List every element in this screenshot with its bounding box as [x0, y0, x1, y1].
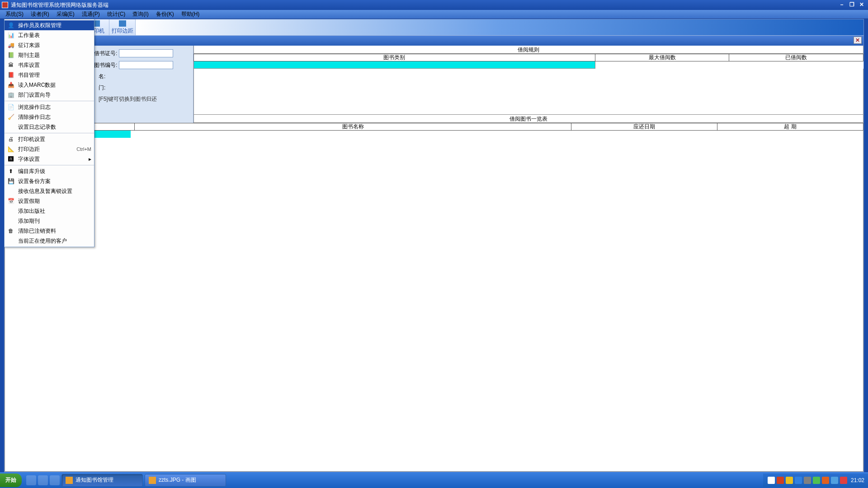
right-panel: 借阅规则 图书类别 最大借阅数 已借阅数 借阅图书一览表 编 号 图书名称 应还…	[193, 46, 863, 472]
window-title: 通知图书馆管理系统增强网络版服务器端	[11, 1, 108, 9]
menu-2[interactable]: 采编(E)	[53, 9, 78, 19]
list-header: 借阅图书一览表	[193, 115, 863, 123]
menu-7[interactable]: 帮助(H)	[178, 9, 203, 19]
menu-item-2-1[interactable]: 📐打印边距Ctrl+M	[5, 144, 94, 154]
menu-3[interactable]: 流通(P)	[78, 9, 104, 19]
menu-item-label: 工作量表	[18, 32, 91, 39]
menu-item-shortcut: Ctrl+M	[76, 146, 91, 152]
list-columns: 编 号 图书名称 应还日期 超 期	[5, 123, 863, 131]
menu-item-icon: 🏛	[7, 61, 14, 69]
tray-misc3-icon[interactable]	[840, 477, 847, 484]
menu-item-icon	[7, 207, 14, 215]
menu-6[interactable]: 备份(K)	[152, 9, 178, 19]
menu-item-3-2[interactable]: 接收信息及暂离锁设置	[5, 186, 94, 196]
menu-item-3-6[interactable]: 🗑清除已注销资料	[5, 226, 94, 236]
child-close-button[interactable]: ✕	[854, 37, 862, 44]
col-book-name[interactable]: 图书名称	[135, 123, 571, 131]
menu-item-icon: 📥	[7, 81, 14, 89]
quicklaunch-desktop-icon[interactable]	[38, 475, 48, 485]
maximize-button[interactable]: ❐	[847, 1, 856, 9]
menu-item-3-7[interactable]: 当前正在使用的客户	[5, 236, 94, 246]
menu-item-label: 打印边距	[18, 145, 76, 153]
menu-item-3-0[interactable]: ⬆编目库升级	[5, 166, 94, 176]
col-return-date[interactable]: 应还日期	[571, 123, 717, 131]
menu-item-label: 添加期刊	[18, 217, 91, 225]
borrow-card-input[interactable]	[119, 49, 173, 57]
book-number-input[interactable]	[119, 61, 173, 69]
menu-item-0-2[interactable]: 🚚征订来源	[5, 40, 94, 50]
menu-item-label: 接收信息及暂离锁设置	[18, 188, 91, 195]
col-overdue[interactable]: 超 期	[717, 123, 863, 131]
col-book-category[interactable]: 图书类别	[193, 54, 595, 61]
menu-item-icon: 🏢	[7, 91, 14, 99]
menu-item-0-0[interactable]: 👤操作员及权限管理	[5, 20, 94, 30]
menu-item-0-5[interactable]: 📕书目管理	[5, 70, 94, 80]
menu-item-label: 期刊主题	[18, 52, 91, 59]
tray-lang-icon[interactable]	[768, 477, 775, 484]
start-button[interactable]: 开始	[0, 474, 22, 487]
menu-item-2-0[interactable]: 🖨打印机设置	[5, 134, 94, 144]
app-body: 图书归还音像借阅音像归还打印机打印边距 ✕ 借书证号: 图书编号: 名: 门: …	[4, 19, 864, 472]
window-titlebar: 通知图书馆管理系统增强网络版服务器端 – ❐ ✕	[0, 0, 868, 10]
toolbar-4[interactable]: 打印边距	[109, 19, 136, 35]
menu-item-label: 添加出版社	[18, 207, 91, 215]
menu-item-3-4[interactable]: 添加出版社	[5, 206, 94, 216]
menu-item-icon: 📐	[7, 145, 14, 153]
system-menu-dropdown: 👤操作员及权限管理📊工作量表🚚征订来源📗期刊主题🏛书库设置📕书目管理📥读入MAR…	[4, 19, 94, 247]
menu-item-label: 浏览操作日志	[18, 103, 91, 111]
close-button[interactable]: ✕	[857, 1, 866, 9]
taskbar-task-1[interactable]: zzts.JPG - 画图	[145, 474, 226, 487]
rules-grid-body[interactable]	[193, 69, 863, 115]
menu-item-icon	[7, 217, 14, 225]
menu-item-icon: 📕	[7, 71, 14, 79]
menu-item-label: 设置备份方案	[18, 178, 91, 185]
menu-item-0-6[interactable]: 📥读入MARC数据	[5, 80, 94, 90]
name-label: 名:	[99, 73, 105, 80]
menu-item-1-0[interactable]: 📄浏览操作日志	[5, 102, 94, 112]
menu-0[interactable]: 系统(S)	[2, 9, 27, 19]
menu-5[interactable]: 查询(I)	[129, 9, 152, 19]
tray-net-icon[interactable]	[795, 477, 802, 484]
menu-item-3-1[interactable]: 💾设置备份方案	[5, 176, 94, 186]
book-number-label: 图书编号:	[94, 61, 117, 69]
tray-misc2-icon[interactable]	[831, 477, 838, 484]
minimize-button[interactable]: –	[837, 1, 846, 9]
app-icon	[2, 2, 8, 8]
menu-item-0-7[interactable]: 🏢部门设置向导	[5, 90, 94, 100]
menu-item-3-3[interactable]: 📅设置假期	[5, 196, 94, 206]
tray-clock[interactable]: 21:02	[851, 477, 864, 483]
menu-item-icon	[7, 188, 14, 195]
menu-item-1-2[interactable]: 设置日志记录数	[5, 122, 94, 132]
menu-item-icon	[7, 237, 14, 244]
tray-shield-icon[interactable]	[786, 477, 793, 484]
menubar: 系统(S)读者(R)采编(E)流通(P)统计(C)查询(I)备份(K)帮助(H)	[0, 10, 868, 19]
menu-item-3-5[interactable]: 添加期刊	[5, 216, 94, 226]
tray-av-icon[interactable]	[813, 477, 820, 484]
menu-item-icon: ⬆	[7, 168, 14, 175]
quicklaunch-ie-icon[interactable]	[26, 475, 36, 485]
menu-item-label: 设置日志记录数	[18, 123, 91, 131]
menu-item-icon: 📄	[7, 103, 14, 111]
menu-item-2-2[interactable]: 🅰字体设置▸	[5, 154, 94, 164]
quicklaunch-app-icon[interactable]	[50, 475, 60, 485]
col-already-borrow[interactable]: 已借阅数	[729, 54, 863, 61]
menu-4[interactable]: 统计(C)	[104, 9, 129, 19]
start-label: 开始	[5, 476, 16, 484]
rules-header: 借阅规则	[193, 46, 863, 54]
tray-vol-icon[interactable]	[804, 477, 811, 484]
menu-item-label: 征订来源	[18, 42, 91, 49]
menu-1[interactable]: 读者(R)	[27, 9, 53, 19]
col-max-borrow[interactable]: 最大借阅数	[595, 54, 730, 61]
menu-item-icon	[7, 123, 14, 131]
tray-stop-icon[interactable]	[777, 477, 784, 484]
menu-item-1-1[interactable]: 🧹清除操作日志	[5, 112, 94, 122]
rules-selected-row[interactable]	[193, 61, 595, 69]
menu-item-0-4[interactable]: 🏛书库设置	[5, 60, 94, 70]
tray-misc1-icon[interactable]	[822, 477, 829, 484]
menu-item-icon: 💾	[7, 178, 14, 185]
taskbar: 开始 通知图书馆管理zzts.JPG - 画图 21:02	[0, 472, 868, 488]
taskbar-task-0[interactable]: 通知图书馆管理	[61, 474, 143, 487]
menu-item-0-1[interactable]: 📊工作量表	[5, 30, 94, 40]
list-grid-body[interactable]	[5, 131, 863, 472]
menu-item-0-3[interactable]: 📗期刊主题	[5, 50, 94, 60]
